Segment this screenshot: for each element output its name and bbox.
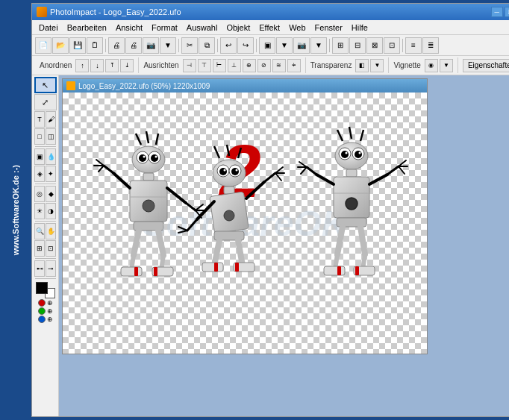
minimize-button[interactable]: ─ — [491, 7, 503, 17]
text-tool[interactable]: T — [34, 111, 45, 128]
save-button[interactable]: 💾 — [69, 37, 86, 54]
menu-auswahl[interactable]: Auswahl — [183, 22, 222, 33]
camera-dropdown[interactable]: ▼ — [160, 37, 176, 54]
vig2[interactable]: ▼ — [440, 59, 453, 72]
foreground-color-swatch[interactable] — [36, 282, 48, 294]
svg-rect-73 — [346, 169, 357, 177]
svg-point-14 — [143, 200, 154, 212]
paint-tool[interactable]: 🖌 — [46, 111, 56, 128]
add-color[interactable]: ⊕ — [47, 299, 53, 307]
align3[interactable]: ⊢ — [213, 59, 226, 72]
svg-point-41 — [231, 168, 239, 175]
new-button[interactable]: 📄 — [35, 37, 51, 54]
anordnen-bottom[interactable]: ⤓ — [120, 59, 134, 72]
svg-line-22 — [196, 204, 203, 210]
menu-objekt[interactable]: Objekt — [222, 22, 254, 33]
sharpen-tool[interactable]: ◆ — [46, 186, 56, 202]
blur-tool[interactable]: ◎ — [34, 186, 45, 202]
svg-line-88 — [337, 227, 343, 254]
hand-tool[interactable]: ✋ — [46, 223, 56, 239]
tool1-button[interactable]: ⊞ — [332, 37, 349, 54]
anordnen-up[interactable]: ↑ — [75, 59, 89, 72]
shape-tool[interactable]: □ — [34, 128, 45, 145]
green-color[interactable] — [38, 307, 46, 315]
svg-line-55 — [275, 173, 281, 181]
grid-tool[interactable]: ⊞ — [34, 240, 45, 257]
scan-button[interactable]: 📷 — [143, 37, 159, 54]
print-button[interactable]: 🖨 — [108, 37, 125, 54]
eigenschaften-button[interactable]: Eigenschaften... — [463, 59, 509, 72]
grid-crop-pair: ⊞ ⊡ — [34, 240, 56, 257]
view1-button[interactable]: ≡ — [405, 37, 422, 54]
svg-line-86 — [399, 166, 405, 174]
secondary-toolbar: Anordnen ↑ ↓ ⤒ ⤓ Ausrichten ⊣ ⊤ ⊢ ⊥ ⊕ ⊘ … — [32, 56, 509, 75]
burn-tool[interactable]: ◑ — [46, 203, 56, 219]
menu-bearbeiten[interactable]: Bearbeiten — [63, 22, 110, 33]
tool2-button[interactable]: ⊟ — [349, 37, 366, 54]
camera2-button[interactable]: 📷 — [293, 37, 310, 54]
undo-button[interactable]: ↩ — [220, 37, 237, 54]
trans2[interactable]: ▼ — [370, 59, 384, 72]
doc-window: Logo_Easy_2022.ufo (50%) 1220x1009 Softw… — [62, 78, 428, 354]
open-button[interactable]: 📂 — [52, 37, 69, 54]
fill-tool[interactable]: ▣ — [34, 148, 45, 165]
separator-2 — [178, 39, 179, 52]
menu-effekt[interactable]: Effekt — [255, 22, 284, 33]
add-color-3[interactable]: ⊕ — [47, 316, 53, 323]
vig1[interactable]: ◉ — [425, 59, 438, 72]
separator-3 — [217, 39, 218, 52]
clone-tool[interactable]: ◈ — [34, 166, 45, 182]
link-measure-pair: ⊷ ⊸ — [34, 260, 56, 277]
menu-web[interactable]: Web — [285, 22, 309, 33]
picker-tool[interactable]: 💧 — [46, 148, 56, 165]
red-color[interactable] — [38, 299, 46, 307]
copy-button[interactable]: ⧉ — [199, 37, 215, 54]
print2-button[interactable]: 🖨 — [125, 37, 142, 54]
view2-button[interactable]: ≣ — [422, 37, 439, 54]
menu-ansicht[interactable]: Ansicht — [112, 22, 146, 33]
align4[interactable]: ⊥ — [228, 59, 241, 72]
measure-tool[interactable]: ⊸ — [46, 260, 56, 277]
svg-rect-44 — [224, 187, 234, 194]
align8[interactable]: ⫩ — [287, 59, 301, 72]
zoom-tool[interactable]: 🔍 — [34, 223, 45, 239]
blue-color[interactable] — [38, 316, 46, 323]
select-tool[interactable]: ↖ — [34, 77, 57, 93]
align5[interactable]: ⊕ — [243, 59, 256, 72]
anordnen-section: Anordnen ↑ ↓ ⤒ ⤓ — [35, 57, 139, 73]
menu-format[interactable]: Format — [148, 22, 181, 33]
menu-bar: Datei Bearbeiten Ansicht Format Auswahl … — [32, 20, 509, 35]
anordnen-down[interactable]: ↓ — [90, 59, 104, 72]
anordnen-top[interactable]: ⤒ — [105, 59, 119, 72]
maximize-button[interactable]: □ — [505, 7, 509, 17]
redo-button[interactable]: ↪ — [237, 37, 254, 54]
svg-line-3 — [156, 134, 158, 145]
trans1[interactable]: ◧ — [355, 59, 369, 72]
align2[interactable]: ⊤ — [198, 59, 211, 72]
add-color-2[interactable]: ⊕ — [47, 307, 53, 315]
crop-tool[interactable]: ⊡ — [46, 240, 56, 257]
tool4-button[interactable]: ⊡ — [384, 37, 400, 54]
menu-datei[interactable]: Datei — [35, 22, 62, 33]
drawing-canvas: SoftwareOK 2 — [63, 93, 427, 354]
align1[interactable]: ⊣ — [183, 59, 196, 72]
retouch-tool[interactable]: ✦ — [46, 166, 56, 182]
svg-point-8 — [151, 154, 158, 162]
camera2-dropdown[interactable]: ▼ — [310, 37, 327, 54]
select-button[interactable]: ▣ — [259, 37, 275, 54]
dodge-tool[interactable]: ☀ — [34, 203, 45, 219]
align6[interactable]: ⊘ — [257, 59, 271, 72]
menu-fenster[interactable]: Fenster — [311, 22, 346, 33]
menu-hilfe[interactable]: Hilfe — [348, 22, 372, 33]
svg-rect-93 — [337, 266, 341, 275]
tool3-button[interactable]: ⊠ — [366, 37, 383, 54]
svg-point-71 — [346, 152, 348, 154]
cut-button[interactable]: ✂ — [181, 37, 198, 54]
select-dropdown[interactable]: ▼ — [276, 37, 293, 54]
canvas-area[interactable]: Logo_Easy_2022.ufo (50%) 1220x1009 Softw… — [59, 75, 509, 416]
align7[interactable]: ≋ — [272, 59, 286, 72]
save-as-button[interactable]: 🗒 — [87, 37, 103, 54]
link-tool[interactable]: ⊷ — [34, 260, 45, 277]
erase-tool[interactable]: ◫ — [46, 128, 56, 145]
transform-tool[interactable]: ⤢ — [34, 94, 57, 110]
